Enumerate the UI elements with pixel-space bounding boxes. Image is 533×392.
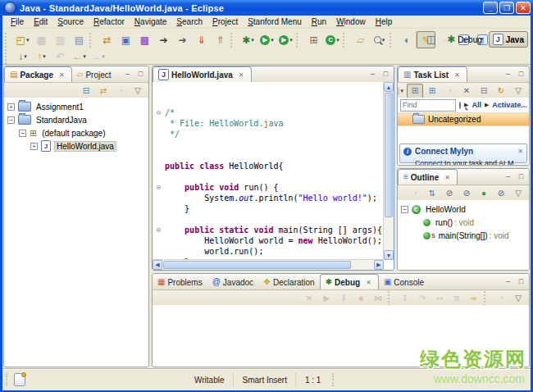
maximize-view-icon[interactable]: □ xyxy=(516,276,526,287)
run-button[interactable]: ▶▾ xyxy=(257,31,276,48)
menu-project[interactable]: Project xyxy=(207,16,243,27)
scroll-down-icon[interactable]: ▼ xyxy=(384,250,394,260)
view-menu-button[interactable]: ▽ xyxy=(130,84,146,98)
focus-button[interactable]: ◔ xyxy=(112,84,129,98)
code-area[interactable]: ⊖/* * File: HelloWorld.java */public cla… xyxy=(153,82,384,260)
new-wizard-button[interactable]: ◰▾ xyxy=(13,31,32,48)
stanford-library-button[interactable]: ▩ xyxy=(135,31,154,48)
focus-button[interactable]: ◔ xyxy=(493,291,509,306)
maximize-view-icon[interactable]: □ xyxy=(516,69,526,80)
collapse-icon[interactable]: − xyxy=(401,206,408,213)
vertical-scroll-thumb[interactable] xyxy=(385,93,393,217)
expand-icon[interactable]: + xyxy=(7,103,15,111)
tree-item-run[interactable]: run() : void xyxy=(398,216,529,229)
bottom-tab-javadoc[interactable]: @Javadoc xyxy=(207,275,258,289)
debug-button[interactable]: ✱▾ xyxy=(239,31,257,48)
menu-run[interactable]: Run xyxy=(307,16,331,27)
hide-fields-button[interactable]: ⊘ xyxy=(441,186,458,201)
hide-local-types-button[interactable]: ⊘ xyxy=(493,186,509,201)
focus-button[interactable]: ◔ xyxy=(407,186,423,201)
outline-content[interactable]: −CHelloWorldrun() : voidSmain(String[]) … xyxy=(398,200,529,270)
use-step-filters-button[interactable]: ➾ xyxy=(466,291,482,306)
back-button[interactable]: ←▾ xyxy=(70,48,89,66)
collapse-all-button[interactable]: ⊟ xyxy=(78,84,94,98)
hide-non-public-button[interactable]: ● xyxy=(476,186,492,201)
print-button[interactable]: ▤ xyxy=(70,31,89,48)
terminate-button[interactable]: ■ xyxy=(353,291,369,306)
step-into-button[interactable]: ↧ xyxy=(397,291,413,306)
view-menu-button[interactable]: ▽ xyxy=(510,84,526,98)
close-tab-icon[interactable]: ✕ xyxy=(364,278,373,287)
minimize-button[interactable]: _ xyxy=(483,2,498,14)
close-button[interactable]: ✕ xyxy=(516,2,531,14)
categorized-presentation-button[interactable]: ⊞ xyxy=(407,84,423,98)
java-perspective-button[interactable]: JJava xyxy=(489,31,528,48)
bottom-tab-console[interactable]: ▣Console xyxy=(379,275,429,289)
menu-help[interactable]: Help xyxy=(371,16,398,27)
expand-icon[interactable]: + xyxy=(30,143,38,150)
minimize-view-icon[interactable]: – xyxy=(503,171,513,182)
suspend-button[interactable]: ‖ xyxy=(335,291,352,306)
collapse-icon[interactable]: − xyxy=(7,116,15,124)
fast-view-icon[interactable] xyxy=(14,373,25,386)
minimize-view-icon[interactable]: – xyxy=(122,69,133,80)
view-menu-button[interactable]: ▽ xyxy=(510,186,526,201)
tree-item-default-package[interactable]: −⊞(default package) xyxy=(4,126,148,139)
menu-search[interactable]: Search xyxy=(171,16,207,27)
hide-static-members-button[interactable]: ⊘ xyxy=(458,186,475,201)
resume-button[interactable]: ▶ xyxy=(318,291,335,306)
focus-on-task-button[interactable]: ◐ xyxy=(398,31,417,48)
scroll-left-icon[interactable]: ◀ xyxy=(153,260,162,270)
focus-on-workweek-button[interactable]: ◔ xyxy=(441,84,458,98)
link-with-editor-button[interactable]: ⇄ xyxy=(95,84,112,98)
open-perspective-button[interactable]: ◫ xyxy=(421,31,440,48)
run-external-tools-button[interactable]: ▶▾ xyxy=(276,31,295,48)
bottom-tab-problems[interactable]: ▦Problems xyxy=(153,275,207,289)
debug-perspective-button[interactable]: ✱Debug xyxy=(443,32,486,47)
step-over-button[interactable]: ↷ xyxy=(414,291,430,306)
menu-refactor[interactable]: Refactor xyxy=(89,16,130,27)
view-menu-button[interactable]: ▽ xyxy=(510,291,526,306)
synchronize-button[interactable]: ↻ xyxy=(493,84,509,98)
menu-navigate[interactable]: Navigate xyxy=(130,16,171,27)
task-category-row[interactable]: Uncategorized xyxy=(398,113,529,126)
close-icon[interactable]: ✕ xyxy=(517,148,523,155)
maximize-button[interactable]: ❐ xyxy=(499,2,514,14)
next-annotation-button[interactable]: ↓▾ xyxy=(13,48,32,66)
maximize-view-icon[interactable]: □ xyxy=(516,171,526,182)
menu-edit[interactable]: Edit xyxy=(29,16,52,27)
menu-file[interactable]: File xyxy=(6,16,29,27)
fold-collapse-icon[interactable]: ⊖ xyxy=(153,107,165,118)
stanford-browse-button[interactable]: ▣ xyxy=(116,31,135,48)
save-all-button[interactable]: ▥ xyxy=(51,31,70,48)
close-tab-icon[interactable]: ✕ xyxy=(57,71,66,80)
run-applet-button[interactable]: ➔ xyxy=(154,31,173,48)
tree-item-helloworld-java[interactable]: +JHelloWorld.java xyxy=(4,139,148,153)
stanford-update-button[interactable]: ⇄ xyxy=(98,31,116,48)
scroll-up-icon[interactable]: ▲ xyxy=(384,82,394,92)
editor-tab-helloworld-java[interactable]: JHelloWorld.java✕ xyxy=(153,66,252,82)
menu-stanford-menu[interactable]: Stanford Menu xyxy=(243,16,307,27)
tree-item-helloworld[interactable]: −CHelloWorld xyxy=(398,203,529,216)
disconnect-button[interactable]: ⋈ xyxy=(370,291,386,306)
search-button[interactable]: ▾ xyxy=(370,31,389,48)
minimize-view-icon[interactable]: – xyxy=(367,69,378,80)
save-button[interactable]: ▦ xyxy=(32,31,51,48)
menu-window[interactable]: Window xyxy=(331,16,371,27)
title-bar[interactable]: Java - StandardJava/HelloWorld.java - Ec… xyxy=(0,0,533,16)
scheduled-presentation-button[interactable]: ⊞ xyxy=(424,84,440,98)
outline-tab-outline[interactable]: ≡Outline✕ xyxy=(398,169,458,185)
close-tab-icon[interactable]: ✕ xyxy=(237,71,246,80)
hide-completed-button[interactable]: ✕ xyxy=(458,84,475,98)
submit-project-button[interactable]: ⇓ xyxy=(192,31,211,48)
last-edit-location-button[interactable]: ↶ xyxy=(51,48,70,66)
close-tab-icon[interactable]: ✕ xyxy=(443,173,452,182)
download-project-button[interactable]: ⇑ xyxy=(211,31,230,48)
horizontal-scrollbar[interactable]: ◀ ▶ xyxy=(153,259,384,270)
remove-terminated-button[interactable]: ✕ xyxy=(301,291,317,306)
menu-source[interactable]: Source xyxy=(52,16,89,27)
task-list-tab-task-list[interactable]: ▥Task List✕ xyxy=(398,66,467,82)
minimize-view-icon[interactable]: – xyxy=(503,69,513,80)
drop-to-frame-button[interactable]: ≣ xyxy=(449,291,465,306)
maximize-view-icon[interactable]: □ xyxy=(380,69,391,80)
